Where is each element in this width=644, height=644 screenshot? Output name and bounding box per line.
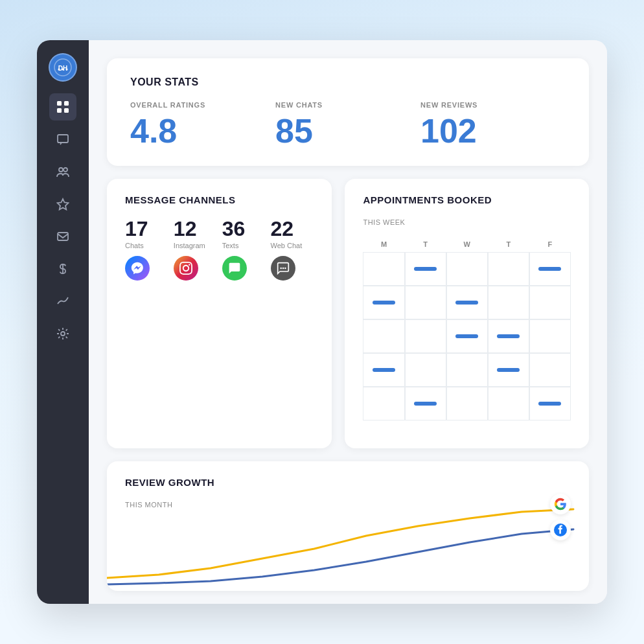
cal-header-t1: T — [405, 236, 446, 252]
channel-webchat: 22 Web Chat — [271, 218, 314, 281]
review-brand-icons — [550, 494, 571, 540]
cal-cell-1-4 — [529, 286, 571, 319]
sidebar-icon-mail[interactable] — [49, 223, 76, 250]
stat-new-reviews: NEW REVIEWS 102 — [420, 101, 566, 148]
cal-cell-4-4 — [529, 387, 571, 420]
svg-point-2 — [58, 69, 60, 71]
svg-rect-5 — [57, 101, 62, 106]
cal-cell-4-1 — [405, 387, 446, 420]
stats-title: YOUR STATS — [130, 76, 566, 88]
cal-cell-3-1 — [405, 353, 446, 387]
cal-cell-0-3 — [488, 252, 529, 286]
cal-cell-1-2 — [446, 286, 488, 319]
channel-number-webchat: 22 — [271, 218, 294, 239]
stat-value-chats: 85 — [275, 114, 420, 148]
svg-point-3 — [62, 69, 64, 71]
svg-point-4 — [66, 69, 68, 71]
sidebar-icon-star[interactable] — [49, 190, 76, 218]
sidebar-icon-users[interactable] — [49, 158, 76, 185]
svg-point-11 — [63, 168, 67, 172]
cal-cell-4-3 — [488, 387, 529, 420]
app-container: DH — [37, 40, 607, 604]
svg-rect-8 — [64, 108, 69, 113]
cal-cell-2-3 — [488, 319, 529, 353]
svg-rect-7 — [57, 108, 62, 113]
stat-value-reviews: 102 — [420, 114, 566, 148]
channel-number-chats: 17 — [125, 218, 148, 239]
stat-new-chats: NEW CHATS 85 — [275, 101, 420, 148]
cal-cell-2-2 — [446, 319, 488, 353]
cal-cell-2-4 — [529, 319, 571, 353]
sidebar-icon-grid[interactable] — [49, 93, 76, 121]
channel-texts: 36 Texts — [222, 218, 266, 281]
cal-cell-3-2 — [446, 353, 488, 387]
appointments-title: APPOINTMENTS BOOKED — [363, 194, 571, 205]
svg-rect-9 — [58, 135, 68, 143]
sidebar-icon-settings[interactable] — [49, 320, 76, 347]
cal-header-w: W — [446, 236, 488, 252]
cal-cell-3-0 — [363, 353, 404, 387]
webchat-icon[interactable] — [271, 256, 295, 281]
stats-card: YOUR STATS OVERALL RATINGS 4.8 NEW CHATS… — [107, 58, 589, 166]
channel-name-texts: Texts — [222, 242, 239, 249]
cal-cell-3-4 — [529, 353, 571, 387]
svg-point-15 — [280, 268, 282, 270]
appointments-subtitle: THIS WEEK — [363, 218, 571, 226]
cal-header-f: F — [529, 236, 571, 252]
cal-cell-1-1 — [405, 286, 446, 319]
app-logo[interactable]: DH — [49, 53, 77, 82]
stat-value-ratings: 4.8 — [130, 114, 275, 148]
channels-grid: 17 Chats 12 Instagram — [125, 218, 314, 281]
stat-overall-ratings: OVERALL RATINGS 4.8 — [130, 101, 275, 148]
google-icon — [550, 494, 571, 514]
svg-point-10 — [59, 168, 63, 172]
review-chart — [107, 507, 589, 591]
cal-cell-0-0 — [363, 252, 404, 286]
channels-title: MESSAGE CHANNELS — [125, 194, 314, 205]
appointments-card: APPOINTMENTS BOOKED THIS WEEK M T W T F — [345, 179, 589, 448]
channel-instagram: 12 Instagram — [174, 218, 217, 281]
review-growth-title: REVIEW GROWTH — [125, 477, 571, 488]
svg-marker-12 — [58, 199, 69, 210]
channel-chats: 17 Chats — [125, 218, 168, 281]
facebook-icon — [550, 520, 571, 540]
cal-cell-3-3 — [488, 353, 529, 387]
cal-cell-0-4 — [529, 252, 571, 286]
svg-rect-6 — [64, 101, 69, 106]
cal-cell-1-3 — [488, 286, 529, 319]
sidebar-icon-analytics[interactable] — [49, 288, 76, 315]
stat-label-ratings: OVERALL RATINGS — [130, 101, 275, 109]
stats-row: OVERALL RATINGS 4.8 NEW CHATS 85 NEW REV… — [130, 101, 566, 148]
cal-cell-4-0 — [363, 387, 404, 420]
instagram-icon[interactable] — [174, 256, 198, 281]
channel-name-instagram: Instagram — [174, 242, 205, 249]
cal-cell-0-2 — [446, 252, 488, 286]
stat-label-chats: NEW CHATS — [275, 101, 420, 109]
channel-number-instagram: 12 — [174, 218, 197, 239]
cal-cell-2-1 — [405, 319, 446, 353]
sidebar: DH — [37, 40, 89, 604]
bottom-row: MESSAGE CHANNELS 17 Chats 1 — [107, 179, 589, 448]
channel-number-texts: 36 — [222, 218, 246, 239]
svg-rect-13 — [58, 233, 68, 240]
cal-header-t2: T — [488, 236, 529, 252]
review-growth-card: REVIEW GROWTH THIS MONTH — [107, 461, 589, 591]
svg-point-16 — [282, 268, 284, 270]
cal-header-m: M — [363, 236, 404, 252]
messenger-icon[interactable] — [125, 256, 150, 281]
stat-label-reviews: NEW REVIEWS — [420, 101, 566, 109]
channel-name-chats: Chats — [125, 242, 144, 249]
cal-cell-1-0 — [363, 286, 404, 319]
sidebar-icon-chat[interactable] — [49, 126, 76, 153]
cal-cell-2-0 — [363, 319, 404, 353]
channels-card: MESSAGE CHANNELS 17 Chats 1 — [107, 179, 332, 448]
svg-point-14 — [61, 332, 65, 336]
svg-point-17 — [284, 268, 286, 270]
main-content: YOUR STATS OVERALL RATINGS 4.8 NEW CHATS… — [89, 40, 607, 604]
channel-name-webchat: Web Chat — [271, 242, 303, 249]
cal-cell-0-1 — [405, 252, 446, 286]
calendar: M T W T F — [363, 236, 571, 420]
sidebar-icon-dollar[interactable] — [49, 255, 76, 282]
cal-cell-4-2 — [446, 387, 488, 420]
text-message-icon[interactable] — [222, 256, 247, 281]
